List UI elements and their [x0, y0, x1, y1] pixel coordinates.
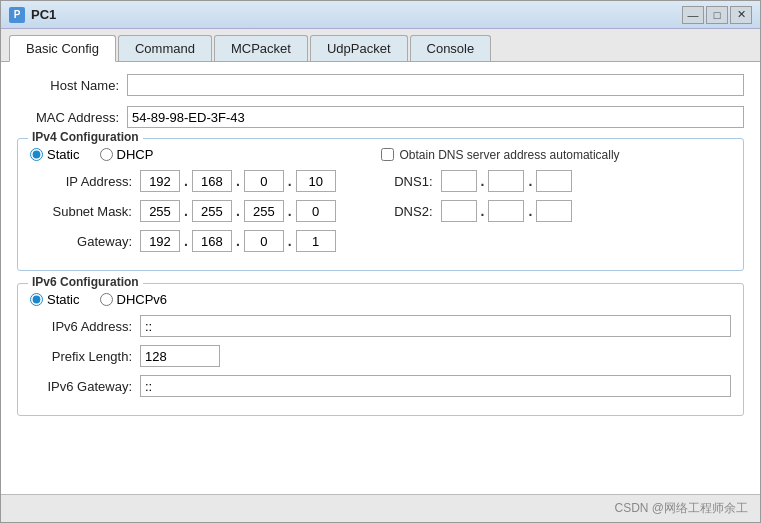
tab-udppacket[interactable]: UdpPacket — [310, 35, 408, 61]
ipv6-address-row: IPv6 Address: — [30, 315, 731, 337]
subnet-mask-row: Subnet Mask: . . . — [30, 200, 371, 222]
dns1-octet-1[interactable] — [441, 170, 477, 192]
subnet-octet-1[interactable] — [140, 200, 180, 222]
mac-address-input[interactable] — [127, 106, 744, 128]
ipv6-section: IPv6 Configuration Static DHCPv6 IPv6 Ad… — [17, 283, 744, 416]
subnet-mask-label: Subnet Mask: — [30, 204, 140, 219]
dns1-label: DNS1: — [391, 174, 441, 189]
footer: CSDN @网络工程师余工 — [1, 494, 760, 522]
subnet-octet-4[interactable] — [296, 200, 336, 222]
ipv6-dhcpv6-radio[interactable]: DHCPv6 — [100, 292, 168, 307]
ip-octet-4[interactable] — [296, 170, 336, 192]
dns1-row: DNS1: . . — [391, 170, 732, 192]
gateway-octet-3[interactable] — [244, 230, 284, 252]
obtain-dns-label: Obtain DNS server address automatically — [400, 148, 620, 162]
ip-address-label: IP Address: — [30, 174, 140, 189]
gateway-octet-1[interactable] — [140, 230, 180, 252]
ipv4-section-title: IPv4 Configuration — [28, 130, 143, 144]
dns2-fields: . . — [441, 200, 573, 222]
gateway-fields: . . . — [140, 230, 336, 252]
tab-basic-config[interactable]: Basic Config — [9, 35, 116, 62]
dns1-octet-2[interactable] — [488, 170, 524, 192]
ipv6-gateway-row: IPv6 Gateway: — [30, 375, 731, 397]
dns1-fields: . . — [441, 170, 573, 192]
ipv4-left: IP Address: . . . Subnet Ma — [30, 170, 371, 260]
mac-address-row: MAC Address: — [17, 106, 744, 128]
dns2-octet-2[interactable] — [488, 200, 524, 222]
ipv6-static-radio[interactable]: Static — [30, 292, 80, 307]
gateway-octet-4[interactable] — [296, 230, 336, 252]
close-button[interactable]: ✕ — [730, 6, 752, 24]
ipv6-address-input[interactable] — [140, 315, 731, 337]
ipv6-gateway-label: IPv6 Gateway: — [30, 379, 140, 394]
ipv4-right: DNS1: . . DNS2: — [391, 170, 732, 260]
content-area: Host Name: MAC Address: IPv4 Configurati… — [1, 62, 760, 494]
ip-octet-1[interactable] — [140, 170, 180, 192]
prefix-length-row: Prefix Length: — [30, 345, 731, 367]
window-controls: — □ ✕ — [682, 6, 752, 24]
prefix-length-input[interactable] — [140, 345, 220, 367]
mac-address-label: MAC Address: — [17, 110, 127, 125]
ip-address-row: IP Address: . . . — [30, 170, 371, 192]
host-name-input[interactable] — [127, 74, 744, 96]
obtain-dns-row: Obtain DNS server address automatically — [381, 148, 732, 162]
subnet-octet-3[interactable] — [244, 200, 284, 222]
tab-console[interactable]: Console — [410, 35, 492, 61]
ip-octet-3[interactable] — [244, 170, 284, 192]
ipv6-gateway-input[interactable] — [140, 375, 731, 397]
subnet-mask-fields: . . . — [140, 200, 336, 222]
ipv6-address-label: IPv6 Address: — [30, 319, 140, 334]
ipv6-section-title: IPv6 Configuration — [28, 275, 143, 289]
subnet-octet-2[interactable] — [192, 200, 232, 222]
main-window: P PC1 — □ ✕ Basic Config Command MCPacke… — [0, 0, 761, 523]
window-title: PC1 — [31, 7, 682, 22]
window-icon: P — [9, 7, 25, 23]
ipv4-section: IPv4 Configuration Static DHCP Obtain DN… — [17, 138, 744, 271]
dns2-octet-1[interactable] — [441, 200, 477, 222]
gateway-row: Gateway: . . . — [30, 230, 371, 252]
tab-mcpacket[interactable]: MCPacket — [214, 35, 308, 61]
minimize-button[interactable]: — — [682, 6, 704, 24]
gateway-octet-2[interactable] — [192, 230, 232, 252]
ipv6-mode-row: Static DHCPv6 — [30, 292, 731, 307]
ipv4-body: IP Address: . . . Subnet Ma — [30, 170, 731, 260]
ipv4-static-radio[interactable]: Static — [30, 147, 80, 162]
dns2-label: DNS2: — [391, 204, 441, 219]
title-bar: P PC1 — □ ✕ — [1, 1, 760, 29]
gateway-label: Gateway: — [30, 234, 140, 249]
prefix-length-label: Prefix Length: — [30, 349, 140, 364]
host-name-row: Host Name: — [17, 74, 744, 96]
maximize-button[interactable]: □ — [706, 6, 728, 24]
dns2-row: DNS2: . . — [391, 200, 732, 222]
ip-address-fields: . . . — [140, 170, 336, 192]
ipv4-dhcp-radio[interactable]: DHCP — [100, 147, 154, 162]
tab-bar: Basic Config Command MCPacket UdpPacket … — [1, 29, 760, 62]
obtain-dns-checkbox[interactable] — [381, 148, 394, 161]
tab-command[interactable]: Command — [118, 35, 212, 61]
dns1-octet-3[interactable] — [536, 170, 572, 192]
dns2-octet-3[interactable] — [536, 200, 572, 222]
watermark: CSDN @网络工程师余工 — [614, 500, 748, 517]
host-name-label: Host Name: — [17, 78, 127, 93]
ip-octet-2[interactable] — [192, 170, 232, 192]
